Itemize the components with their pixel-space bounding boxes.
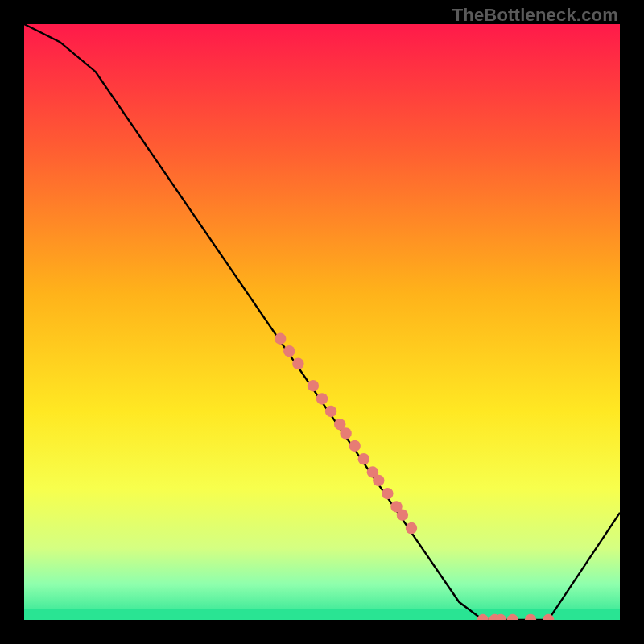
data-marker — [397, 510, 408, 521]
data-marker — [308, 380, 319, 391]
data-marker — [325, 406, 336, 417]
data-marker — [373, 475, 384, 486]
gradient-background — [24, 24, 620, 620]
watermark-label: TheBottleneck.com — [452, 5, 618, 26]
data-marker — [349, 440, 361, 452]
data-marker — [340, 427, 351, 439]
data-marker — [316, 393, 328, 404]
chart-frame: TheBottleneck.com — [0, 0, 644, 644]
data-marker — [275, 333, 286, 345]
data-marker — [358, 453, 369, 464]
data-marker — [292, 358, 303, 369]
bottleneck-chart — [24, 24, 620, 620]
data-marker — [283, 345, 295, 357]
data-marker — [382, 488, 393, 499]
data-marker — [406, 522, 417, 534]
